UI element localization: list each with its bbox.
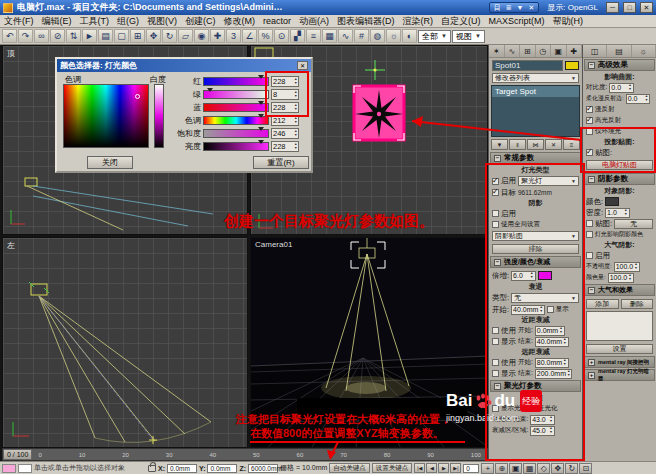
opacity-spinner[interactable]: 100.0 — [614, 262, 640, 272]
material-editor-icon[interactable]: ◍ — [370, 29, 385, 43]
viewport-left[interactable]: 左 — [2, 237, 248, 448]
rollout-general-parameters[interactable]: −常规参数 — [490, 152, 581, 164]
slider-bar[interactable] — [203, 129, 269, 138]
rollout-advanced-effects[interactable]: −高级效果 — [584, 59, 655, 71]
previous-frame-icon[interactable]: ◀ — [426, 463, 437, 473]
target-checkbox[interactable] — [492, 189, 499, 196]
close-button[interactable]: 关闭 — [87, 156, 133, 169]
atmospheres-list[interactable] — [586, 311, 653, 341]
close-icon[interactable]: ✕ — [640, 2, 653, 13]
far-end-spinner[interactable]: 200.0mm — [535, 369, 573, 379]
rollout-mental-ray-shader[interactable]: +mental ray 灯光明暗器 — [584, 369, 655, 381]
menu-item[interactable]: reactor — [259, 16, 295, 26]
soften-diffuse-edge-spinner[interactable]: 0.0 — [626, 94, 650, 104]
dialog-close-icon[interactable]: ✕ — [297, 61, 308, 70]
curve-editor-icon[interactable]: ∿ — [338, 29, 353, 43]
pin-stack-button[interactable]: ▼ — [491, 139, 508, 150]
far-start-spinner[interactable]: 80.0mm — [535, 358, 569, 368]
tab-create[interactable]: ✶ — [489, 45, 505, 57]
go-to-start-icon[interactable]: |◀ — [414, 463, 425, 473]
select-and-rotate-icon[interactable]: ↻ — [162, 29, 177, 43]
zoom-extents-all-icon[interactable]: ▦ — [523, 463, 536, 474]
use-global-settings-checkbox[interactable] — [492, 221, 499, 228]
menu-item[interactable]: 帮助(H) — [549, 15, 588, 28]
z-coordinate-field[interactable]: 6000.0mm — [248, 464, 278, 473]
select-and-scale-icon[interactable]: ▱ — [178, 29, 193, 43]
object-color-swatch[interactable] — [565, 61, 579, 70]
set-key-button[interactable]: 设置关键点 — [372, 463, 413, 473]
delete-atmosphere-button[interactable]: 删除 — [621, 299, 654, 309]
slider-bar[interactable] — [203, 90, 269, 99]
select-object-icon[interactable]: ► — [82, 29, 97, 43]
far-show-checkbox[interactable] — [492, 370, 499, 377]
shadow-density-spinner[interactable]: 1.0 — [605, 208, 629, 218]
zoom-all-icon[interactable]: ⊕ — [495, 463, 508, 474]
select-by-name-icon[interactable]: ▤ — [98, 29, 113, 43]
rollout-atmospheres-effects[interactable]: −大气和效果 — [584, 284, 655, 296]
viewport-top-label[interactable]: 顶 — [7, 48, 15, 59]
slider-value-spinner[interactable]: 212 — [271, 115, 299, 126]
angle-snap-icon[interactable]: ∠ — [242, 29, 257, 43]
schematic-view-icon[interactable]: # — [354, 29, 369, 43]
stack-item-target-spot[interactable]: Target Spot — [492, 86, 579, 97]
shadow-enable-checkbox[interactable] — [492, 210, 499, 217]
tab-modify[interactable]: ∿ — [505, 45, 521, 57]
slider-bar[interactable] — [203, 77, 269, 86]
falloff-spinner[interactable]: 45.0 — [530, 426, 554, 436]
whiteness-strip[interactable] — [154, 84, 164, 148]
minimize-icon[interactable]: ─ — [606, 2, 619, 13]
menu-item[interactable]: 动画(A) — [295, 15, 333, 28]
menu-item[interactable]: 文件(F) — [0, 15, 38, 28]
mirror-icon[interactable]: ▞ — [290, 29, 305, 43]
object-name-field[interactable]: Spot01 — [492, 60, 563, 71]
color-picker-titlebar[interactable]: 颜色选择器: 灯光颜色 ✕ — [57, 59, 311, 72]
select-and-link-icon[interactable]: ∞ — [34, 29, 49, 43]
rollout-mental-ray-indirect[interactable]: +mental ray 间接照明 — [584, 356, 655, 368]
bind-to-space-warp-icon[interactable]: ⇅ — [66, 29, 81, 43]
ambient-only-checkbox[interactable] — [586, 128, 593, 135]
time-slider-handle[interactable]: 0 / 100 — [3, 449, 32, 460]
atmosphere-enable-checkbox[interactable] — [586, 252, 593, 259]
spinner-snap-icon[interactable]: ⊙ — [274, 29, 289, 43]
percent-snap-icon[interactable]: % — [258, 29, 273, 43]
shadow-type-dropdown[interactable]: 阴影贴图▼ — [492, 231, 579, 241]
tab-utilities[interactable]: ✚ — [567, 45, 583, 57]
show-end-result-button[interactable]: ‖ — [509, 139, 526, 150]
decay-show-checkbox[interactable] — [547, 306, 554, 313]
menu-item[interactable]: 渲染(R) — [399, 15, 438, 28]
modifier-stack[interactable]: Target Spot — [491, 85, 580, 137]
slider-value-spinner[interactable]: 228 — [271, 102, 299, 113]
select-and-move-icon[interactable]: ✥ — [146, 29, 161, 43]
ime-toolbar[interactable]: 目≣▼✕ — [489, 2, 540, 13]
render-setup-icon[interactable]: ☼ — [386, 29, 401, 43]
slider-value-spinner[interactable]: 8 — [271, 89, 299, 100]
tab-display[interactable]: ▣ — [551, 45, 567, 57]
menu-item[interactable]: 编辑(E) — [38, 15, 76, 28]
viewport-left-label[interactable]: 左 — [7, 240, 15, 251]
layer-manager-icon[interactable]: ▦ — [322, 29, 337, 43]
rollout-shadow-parameters[interactable]: −阴影参数 — [584, 173, 655, 185]
current-time-field[interactable]: 0 — [463, 464, 479, 473]
go-to-end-icon[interactable]: ▶| — [450, 463, 461, 473]
selection-region-icon[interactable]: ▢ — [114, 29, 129, 43]
viewport-camera-label[interactable]: Camera01 — [255, 240, 292, 249]
maximize-icon[interactable]: □ — [623, 2, 636, 13]
ime-icon[interactable]: ▼ — [515, 4, 526, 11]
y-coordinate-field[interactable]: 0.0mm — [207, 464, 237, 473]
maxscript-mini-listener-pink[interactable] — [2, 464, 16, 473]
light-enable-checkbox[interactable] — [492, 178, 499, 185]
color-amount-spinner[interactable]: 100.0 — [608, 273, 634, 283]
rollout-intensity-color-attenuation[interactable]: −强度/颜色/衰减 — [490, 256, 581, 268]
make-unique-button[interactable]: ⋈ — [527, 139, 544, 150]
zoom-extents-icon[interactable]: ▣ — [509, 463, 522, 474]
ime-icon[interactable]: ≣ — [504, 4, 514, 12]
unlink-selection-icon[interactable]: ⊘ — [50, 29, 65, 43]
add-atmosphere-button[interactable]: 添加 — [586, 299, 619, 309]
tab-motion[interactable]: ◷ — [536, 45, 552, 57]
select-and-manipulate-icon[interactable]: ✚ — [210, 29, 225, 43]
redo-icon[interactable]: ↷ — [18, 29, 33, 43]
projector-map-checkbox[interactable] — [586, 149, 593, 156]
selection-filter-dropdown[interactable]: 全部▼ — [418, 30, 451, 43]
projector-map-image[interactable] — [352, 84, 406, 142]
tab-hierarchy[interactable]: ⊞ — [520, 45, 536, 57]
